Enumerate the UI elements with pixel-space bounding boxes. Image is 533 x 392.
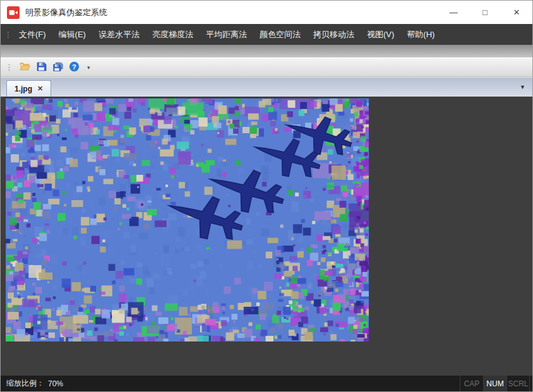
title-bar: 明景影像真伪鉴定系统 — □ ✕ <box>1 1 532 24</box>
app-icon <box>7 6 20 19</box>
zoom-label: 缩放比例： <box>6 378 44 389</box>
menu-item-2[interactable]: 误差水平法 <box>92 24 146 45</box>
save-all-button[interactable] <box>49 59 66 75</box>
menu-item-7[interactable]: 视图(V) <box>361 24 400 45</box>
statusbar-indicator-cap: CAP <box>460 376 483 391</box>
tab-list-dropdown-icon[interactable]: ▼ <box>520 84 525 90</box>
menu-item-5[interactable]: 颜色空间法 <box>253 24 307 45</box>
toolbar-dock-area <box>1 45 532 57</box>
menu-item-1[interactable]: 编辑(E) <box>52 24 92 45</box>
tab-close-icon[interactable]: ✕ <box>37 85 43 93</box>
menu-bar: ⋮ 文件(F)编辑(E)误差水平法亮度梯度法平均距离法颜色空间法拷贝移动法视图(… <box>1 24 532 45</box>
tab-1jpg[interactable]: 1.jpg ✕ <box>6 80 51 97</box>
zoom-value: 70% <box>48 379 63 388</box>
status-indicators: CAPNUMSCRL <box>460 376 530 391</box>
menu-item-8[interactable]: 帮助(H) <box>400 24 441 45</box>
save-button[interactable] <box>33 59 49 75</box>
toolbar-grip-icon: ⋮ <box>5 62 13 72</box>
analysis-image[interactable] <box>6 98 369 342</box>
toolbar: ⋮ <box>1 57 532 77</box>
help-glyph: ? <box>72 62 76 70</box>
maximize-button[interactable]: □ <box>469 1 501 24</box>
open-folder-icon <box>19 61 30 74</box>
save-all-icon <box>52 61 63 74</box>
document-area <box>1 97 532 376</box>
menu-grip-icon: ⋮ <box>4 30 13 39</box>
menu-item-4[interactable]: 平均距离法 <box>200 24 253 45</box>
minimize-button[interactable]: — <box>438 1 469 24</box>
menu-items: 文件(F)编辑(E)误差水平法亮度梯度法平均距离法颜色空间法拷贝移动法视图(V)… <box>13 24 441 45</box>
window-controls: — □ ✕ <box>438 1 532 24</box>
toolbar-overflow-icon[interactable]: ▾ <box>85 64 93 71</box>
open-file-button[interactable] <box>16 59 33 75</box>
menu-item-3[interactable]: 亮度梯度法 <box>146 24 200 45</box>
tab-label: 1.jpg <box>15 85 32 93</box>
menu-item-6[interactable]: 拷贝移动法 <box>307 24 361 45</box>
window-title: 明景影像真伪鉴定系统 <box>25 7 107 18</box>
close-button[interactable]: ✕ <box>501 1 532 24</box>
statusbar-indicator-scrl: SCRL <box>506 376 530 391</box>
menu-item-0[interactable]: 文件(F) <box>13 24 52 45</box>
status-bar: 缩放比例： 70% CAPNUMSCRL <box>1 376 532 391</box>
save-icon <box>36 61 47 74</box>
help-icon: ? <box>69 61 80 74</box>
statusbar-indicator-num: NUM <box>483 376 506 391</box>
help-button[interactable]: ? <box>66 59 82 75</box>
app-window: 明景影像真伪鉴定系统 — □ ✕ ⋮ 文件(F)编辑(E)误差水平法亮度梯度法平… <box>0 0 533 392</box>
tab-bar: 1.jpg ✕ ▼ <box>1 77 532 97</box>
